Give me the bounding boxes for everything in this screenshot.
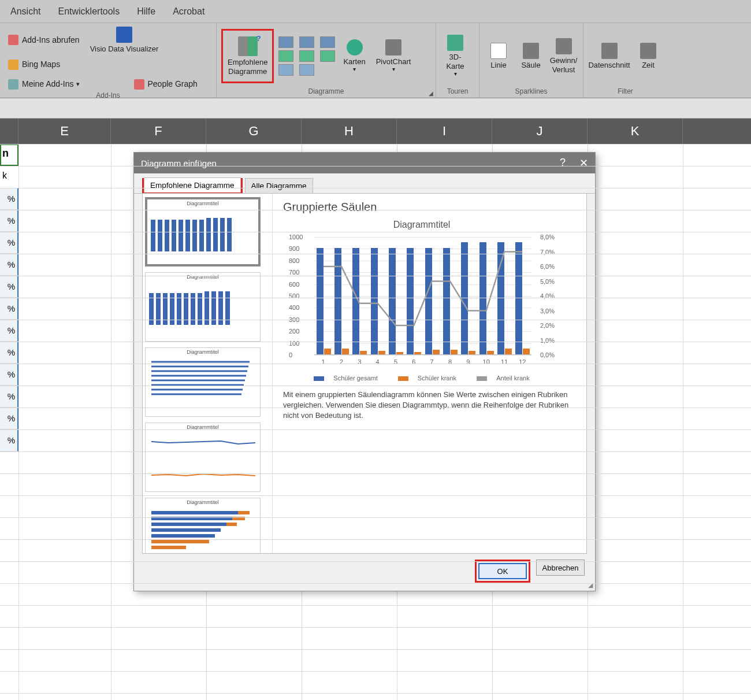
- stacked-hbar-thumb-icon: [146, 505, 261, 553]
- globe-icon: [347, 39, 363, 55]
- dialog-footer: OK Abbrechen: [134, 554, 595, 591]
- column-headers: E F G H I J K: [0, 118, 751, 144]
- chart-thumbnail[interactable]: Diagrammtitel: [145, 423, 261, 492]
- chart-type-column[interactable]: [277, 34, 295, 78]
- scatter-chart-icon: [278, 64, 293, 76]
- help-button[interactable]: ?: [560, 157, 566, 169]
- column-header[interactable]: J: [492, 118, 588, 144]
- sparkline-column-button[interactable]: Säule: [516, 42, 545, 71]
- get-addins-button[interactable]: Add-Ins abrufen: [5, 34, 83, 46]
- timeline-icon: [640, 43, 656, 59]
- chart-preview[interactable]: Diagrammtitel Schüler gesamt Schüler kra…: [283, 220, 560, 382]
- cell-value[interactable]: %: [0, 320, 18, 342]
- menu-item[interactable]: Entwicklertools: [58, 6, 120, 17]
- cell-value[interactable]: %: [0, 188, 18, 210]
- chart-bar: [324, 349, 331, 354]
- cell-value[interactable]: %: [0, 408, 18, 429]
- chevron-down-icon: ▾: [353, 66, 356, 73]
- group-label-filter: Filter: [588, 87, 663, 97]
- column-header[interactable]: E: [18, 118, 111, 144]
- chart-title: Diagrammtitel: [283, 220, 560, 230]
- cell-value[interactable]: %: [0, 232, 18, 254]
- chart-legend: Schüler gesamt Schüler krank Anteil kran…: [283, 375, 560, 382]
- x-axis-tick: 6: [412, 358, 415, 365]
- column-header[interactable]: F: [111, 118, 206, 144]
- dialog-titlebar[interactable]: Diagramm einfügen ? ✕: [134, 153, 595, 173]
- column-header[interactable]: G: [206, 118, 302, 144]
- group-label-addins: Add-Ins: [5, 91, 211, 101]
- y2-axis-tick: 4,0%: [540, 292, 555, 299]
- formula-bar[interactable]: [0, 98, 751, 118]
- group-label-charts: Diagramme: [221, 87, 431, 97]
- pivotchart-button[interactable]: PivotChart▾: [373, 38, 415, 75]
- chart-bar: [317, 248, 324, 354]
- y-axis-tick: 400: [289, 304, 299, 311]
- ok-button[interactable]: OK: [478, 563, 527, 579]
- tab-recommended[interactable]: Empfohlene Diagramme: [144, 177, 241, 192]
- column-header[interactable]: K: [588, 118, 683, 144]
- slicer-button[interactable]: Datenschnitt: [588, 42, 630, 71]
- my-addins-button[interactable]: Meine Add-Ins ▾: [5, 78, 83, 91]
- maps-button[interactable]: Karten▾: [340, 38, 369, 75]
- chart-type-column[interactable]: [298, 34, 315, 78]
- bar-chart-icon: [278, 36, 293, 48]
- x-axis-tick: 3: [358, 358, 361, 365]
- cell-value[interactable]: %: [0, 429, 18, 451]
- cancel-button[interactable]: Abbrechen: [536, 560, 585, 576]
- sparkline-line-button[interactable]: Linie: [484, 42, 513, 71]
- resize-grip-icon[interactable]: ◢: [588, 582, 593, 589]
- worksheet-grid[interactable]: % % % % % % % % % % % % n k /* drawn via…: [0, 144, 751, 700]
- cell-value[interactable]: %: [0, 276, 18, 298]
- 3d-map-button[interactable]: 3D-Karte▾: [441, 34, 470, 79]
- cell-value[interactable]: %: [0, 342, 18, 364]
- chart-description: Mit einem gruppierten Säulendiagramm kön…: [283, 390, 576, 421]
- highlight-marker: Empfohlene Diagramme: [142, 178, 243, 193]
- x-axis-tick: 2: [340, 358, 343, 365]
- line-thumb-icon: [146, 430, 261, 482]
- cell-value[interactable]: %: [0, 254, 18, 276]
- pie-chart-icon: [320, 36, 335, 48]
- dialog-tabs: Empfohlene Diagramme Alle Diagramme: [134, 173, 595, 194]
- y-axis-tick: 1000: [289, 234, 303, 240]
- chart-thumbnail[interactable]: Diagrammtitel: [145, 272, 261, 342]
- people-graph-button[interactable]: People Graph: [131, 78, 201, 91]
- ribbon: Add-Ins abrufen Visio Data Visualizer Bi…: [0, 23, 751, 98]
- visio-button[interactable]: Visio Data Visualizer: [87, 25, 162, 55]
- chart-type-column[interactable]: [319, 34, 336, 78]
- column-header[interactable]: H: [302, 118, 397, 144]
- cell-value[interactable]: %: [0, 386, 18, 408]
- chart-bar: [378, 351, 385, 354]
- dialog-launcher-icon[interactable]: ◢: [429, 90, 433, 97]
- y-axis-tick: 0: [289, 351, 292, 358]
- menu-item[interactable]: Hilfe: [137, 6, 155, 17]
- column-header[interactable]: I: [397, 118, 492, 144]
- recommended-charts-button[interactable]: ? Empfohlene Diagramme: [221, 29, 274, 83]
- chart-thumbnail[interactable]: Diagrammtitel: [145, 498, 261, 553]
- menu-item[interactable]: Acrobat: [173, 6, 205, 17]
- select-all-corner[interactable]: [0, 118, 18, 144]
- x-axis-tick: 5: [394, 358, 397, 365]
- chart-bar: [515, 242, 522, 354]
- cell-value[interactable]: %: [0, 298, 18, 320]
- svg-rect-13: [226, 523, 237, 526]
- chart-bar: [407, 248, 414, 354]
- chart-thumbnail[interactable]: Diagrammtitel: [145, 347, 261, 417]
- y-axis-tick: 900: [289, 245, 299, 252]
- close-button[interactable]: ✕: [579, 157, 588, 169]
- pivotchart-icon: [385, 39, 401, 55]
- chart-bar: [461, 242, 468, 354]
- cell-value[interactable]: %: [0, 364, 18, 386]
- bing-maps-button[interactable]: Bing Maps: [5, 58, 64, 71]
- timeline-button[interactable]: Zeit: [634, 42, 663, 71]
- cell-value[interactable]: %: [0, 210, 18, 232]
- chart-type-heading: Gruppierte Säulen: [283, 201, 576, 214]
- tab-all-charts[interactable]: Alle Diagramme: [245, 178, 313, 193]
- bing-icon: [8, 60, 18, 70]
- sparkline-winloss-button[interactable]: Gewinn/Verlust: [549, 37, 578, 75]
- x-axis-tick: 7: [430, 358, 434, 365]
- menu-item[interactable]: Ansicht: [10, 6, 40, 17]
- y-axis-tick: 800: [289, 257, 299, 264]
- cell-value: n: [2, 147, 9, 160]
- insert-chart-dialog: Diagramm einfügen ? ✕ Empfohlene Diagram…: [133, 152, 596, 591]
- chart-thumbnail-list[interactable]: Diagrammtitel Diagrammtitel Diagrammtite…: [143, 194, 273, 553]
